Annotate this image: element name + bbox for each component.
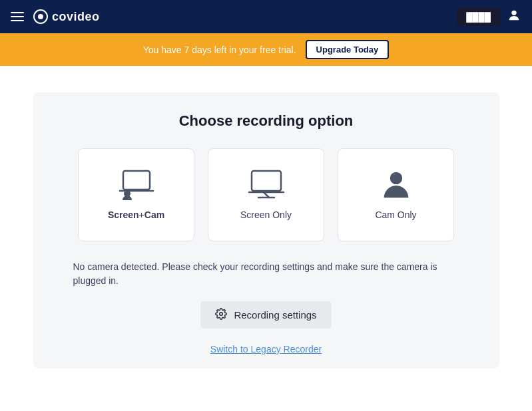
cam-only-label: Cam Only	[375, 209, 416, 220]
hamburger-menu[interactable]	[11, 12, 24, 21]
settings-btn-wrapper: Recording settings	[47, 301, 486, 329]
cam-only-option[interactable]: Cam Only	[338, 148, 454, 241]
trial-banner: You have 7 days left in your free trial.…	[0, 33, 532, 66]
svg-rect-1	[123, 171, 150, 190]
upgrade-button[interactable]: Upgrade Today	[306, 40, 390, 59]
header-cta-button[interactable]: ████	[457, 8, 500, 26]
user-avatar-icon[interactable]	[507, 8, 521, 26]
logo: covideo	[33, 9, 100, 24]
legacy-recorder-link[interactable]: Switch to Legacy Recorder	[210, 344, 322, 354]
app-header: covideo ████	[0, 0, 532, 33]
recording-settings-label: Recording settings	[234, 309, 316, 321]
recording-options-row: Screen+Cam Screen Only	[47, 148, 486, 241]
legacy-link-wrapper: Switch to Legacy Recorder	[47, 343, 486, 355]
header-right: ████	[457, 8, 521, 26]
svg-point-8	[390, 172, 401, 184]
section-title: Choose recording option	[47, 112, 486, 130]
main-content: Choose recording option Screen+Cam	[33, 92, 499, 368]
cam-only-icon	[382, 170, 411, 200]
trial-message: You have 7 days left in your free trial.	[143, 45, 296, 55]
logo-icon	[33, 9, 48, 24]
gear-icon	[215, 308, 227, 322]
screen-cam-option[interactable]: Screen+Cam	[78, 148, 194, 241]
screen-cam-label: Screen+Cam	[108, 209, 164, 220]
svg-rect-4	[252, 171, 281, 191]
warning-message: No camera detected. Please check your re…	[67, 260, 466, 288]
svg-point-0	[511, 10, 516, 15]
screen-only-label: Screen Only	[240, 209, 292, 220]
screen-only-option[interactable]: Screen Only	[208, 148, 324, 241]
screen-cam-icon	[117, 170, 156, 200]
logo-text: covideo	[52, 10, 100, 24]
screen-only-icon	[246, 170, 286, 200]
recording-settings-button[interactable]: Recording settings	[200, 301, 331, 329]
header-left: covideo	[11, 9, 100, 24]
svg-point-9	[220, 313, 223, 316]
